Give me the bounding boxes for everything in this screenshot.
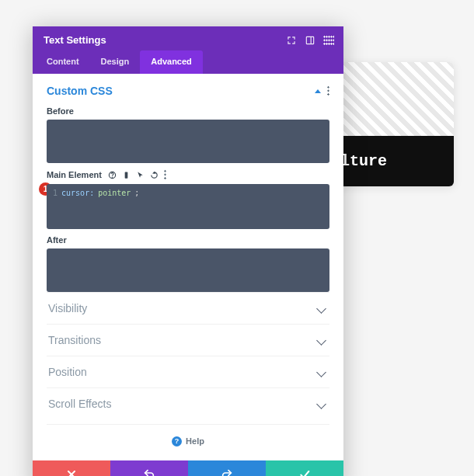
section-more-icon[interactable] (327, 85, 329, 96)
redo-button[interactable] (188, 460, 266, 476)
help-tooltip-icon[interactable] (108, 171, 117, 179)
section-position-title: Position (48, 366, 87, 378)
main-element-tools (108, 169, 166, 180)
tab-design[interactable]: Design (90, 50, 141, 74)
help-row: ? Help (47, 424, 329, 453)
expand-icon[interactable] (286, 35, 297, 46)
after-css-input[interactable] (47, 248, 329, 292)
chevron-down-icon (316, 367, 326, 377)
titlebar: Text Settings (33, 26, 343, 50)
tabs: Content Design Advanced (33, 50, 343, 74)
before-css-input[interactable] (47, 120, 329, 163)
undo-button[interactable] (110, 460, 188, 476)
css-terminator: ; (134, 189, 139, 197)
before-label: Before (47, 106, 329, 116)
section-title[interactable]: Custom CSS (47, 85, 113, 97)
section-actions (315, 85, 329, 96)
reset-icon[interactable] (150, 171, 159, 179)
section-transitions-title: Transitions (48, 334, 101, 346)
svg-rect-4 (125, 172, 128, 178)
cancel-button[interactable] (33, 460, 110, 476)
main-label-row: Main Element (47, 169, 329, 180)
section-transitions[interactable]: Transitions (47, 324, 329, 356)
hover-icon[interactable] (136, 171, 145, 179)
main-element-wrapper: 1 1 cursor: pointer; (47, 184, 329, 229)
section-scroll-effects-title: Scroll Effects (48, 398, 111, 410)
main-css-input[interactable]: 1 cursor: pointer; (47, 184, 329, 229)
save-button[interactable] (266, 460, 343, 476)
help-text: Help (186, 436, 204, 446)
after-label: After (47, 235, 329, 245)
panel-body: Custom CSS Before Main Element 1 1 (33, 74, 343, 460)
titlebar-actions (286, 35, 334, 46)
main-label: Main Element (47, 170, 102, 179)
section-position[interactable]: Position (47, 356, 329, 387)
tab-advanced[interactable]: Advanced (140, 50, 203, 74)
css-property: cursor: (61, 189, 94, 197)
help-icon: ? (172, 436, 182, 446)
section-header: Custom CSS (47, 85, 329, 97)
chevron-down-icon (316, 335, 326, 346)
phone-icon[interactable] (122, 171, 131, 179)
panel-title: Text Settings (44, 34, 106, 46)
line-number: 1 (53, 189, 58, 197)
more-icon[interactable] (323, 35, 334, 46)
section-visibility-title: Visibility (48, 302, 87, 314)
field-more-icon[interactable] (164, 169, 166, 180)
panel-footer (33, 460, 343, 476)
help-link[interactable]: ? Help (172, 436, 204, 446)
settings-panel: Text Settings Content Design Advanced Cu… (33, 26, 343, 476)
collapse-icon[interactable] (315, 89, 321, 93)
tab-content[interactable]: Content (36, 50, 90, 74)
section-visibility[interactable]: Visibility (47, 292, 329, 324)
chevron-down-icon (316, 304, 326, 314)
svg-rect-0 (306, 36, 313, 43)
panel-header: Text Settings Content Design Advanced (33, 26, 343, 74)
section-scroll-effects[interactable]: Scroll Effects (47, 387, 329, 419)
code-line: 1 cursor: pointer; (53, 189, 323, 197)
css-value: pointer (98, 189, 131, 197)
chevron-down-icon (316, 399, 326, 409)
layout-icon[interactable] (305, 35, 315, 46)
